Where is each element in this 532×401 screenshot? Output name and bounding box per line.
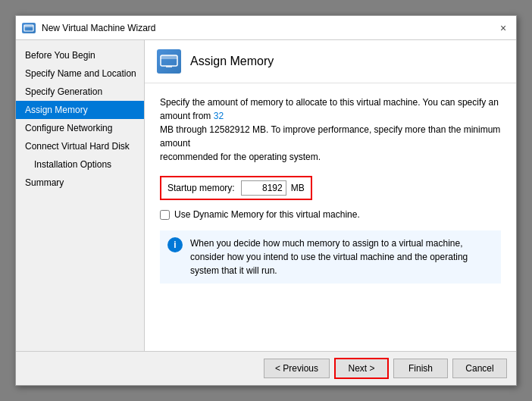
main-content: Assign Memory Specify the amount of memo… — [145, 40, 516, 351]
content-area: Before You Begin Specify Name and Locati… — [16, 40, 516, 351]
previous-button[interactable]: < Previous — [264, 359, 330, 378]
startup-memory-unit: MB — [291, 183, 305, 193]
finish-button[interactable]: Finish — [393, 359, 448, 378]
dynamic-memory-checkbox[interactable] — [160, 210, 170, 220]
title-bar: New Virtual Machine Wizard × — [16, 16, 516, 40]
page-header-icon — [157, 49, 181, 74]
svg-rect-1 — [24, 25, 33, 27]
info-box: i When you decide how much memory to ass… — [160, 230, 501, 284]
startup-memory-label: Startup memory: — [167, 183, 235, 193]
window-title: New Virtual Machine Wizard — [42, 23, 496, 33]
close-button[interactable]: × — [496, 21, 510, 35]
page-title: Assign Memory — [190, 55, 274, 68]
cancel-button[interactable]: Cancel — [452, 359, 507, 378]
startup-memory-row: Startup memory: MB — [160, 176, 312, 200]
next-button[interactable]: Next > — [334, 358, 389, 379]
main-window: New Virtual Machine Wizard × Before You … — [15, 15, 517, 386]
page-header: Assign Memory — [145, 40, 516, 83]
sidebar: Before You Begin Specify Name and Locati… — [16, 40, 145, 351]
page-body: Specify the amount of memory to allocate… — [145, 83, 516, 351]
sidebar-item-connect-virtual-hard-disk[interactable]: Connect Virtual Hard Disk — [16, 137, 144, 155]
sidebar-item-configure-networking[interactable]: Configure Networking — [16, 119, 144, 137]
startup-memory-input[interactable] — [241, 180, 286, 196]
description-text: Specify the amount of memory to allocate… — [160, 96, 501, 164]
sidebar-item-installation-options[interactable]: Installation Options — [16, 155, 144, 174]
sidebar-item-assign-memory[interactable]: Assign Memory — [16, 101, 144, 119]
sidebar-item-specify-name-location[interactable]: Specify Name and Location — [16, 64, 144, 83]
svg-rect-3 — [161, 55, 177, 59]
sidebar-item-before-you-begin[interactable]: Before You Begin — [16, 46, 144, 64]
info-text: When you decide how much memory to assig… — [190, 237, 493, 277]
dynamic-memory-label[interactable]: Use Dynamic Memory for this virtual mach… — [174, 209, 360, 220]
dynamic-memory-row: Use Dynamic Memory for this virtual mach… — [160, 209, 501, 220]
window-icon — [22, 23, 36, 33]
sidebar-item-summary[interactable]: Summary — [16, 174, 144, 192]
svg-rect-4 — [166, 66, 172, 67]
footer: < Previous Next > Finish Cancel — [16, 351, 516, 385]
info-icon: i — [167, 237, 183, 252]
sidebar-item-specify-generation[interactable]: Specify Generation — [16, 83, 144, 101]
